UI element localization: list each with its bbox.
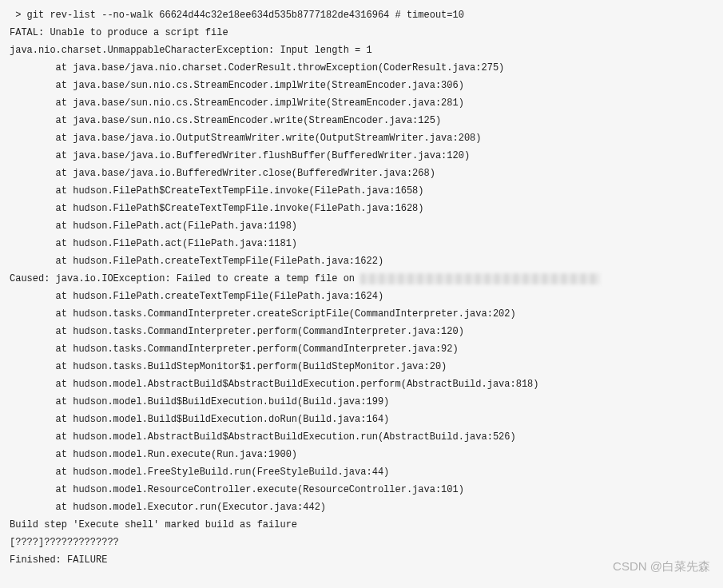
log-line: at hudson.model.AbstractBuild$AbstractBu…: [10, 428, 713, 446]
log-line: at hudson.FilePath$CreateTextTempFile.in…: [10, 182, 713, 200]
log-line: at hudson.model.ResourceController.execu…: [10, 481, 713, 499]
log-line: at hudson.model.Executor.run(Executor.ja…: [10, 499, 713, 516]
log-line: at java.base/sun.nio.cs.StreamEncoder.wr…: [10, 112, 713, 129]
redacted-text: [360, 273, 600, 284]
log-line: at hudson.FilePath$CreateTextTempFile.in…: [10, 200, 713, 217]
log-line: at hudson.FilePath.createTextTempFile(Fi…: [10, 288, 713, 305]
log-line: at hudson.model.Run.execute(Run.java:190…: [10, 446, 713, 463]
log-line: at hudson.tasks.CommandInterpreter.creat…: [10, 305, 713, 323]
log-line: at hudson.tasks.CommandInterpreter.perfo…: [10, 323, 713, 340]
log-line: at hudson.model.AbstractBuild$AbstractBu…: [10, 375, 713, 393]
log-line: FATAL: Unable to produce a script file: [10, 24, 713, 42]
console-output: > git rev-list --no-walk 66624d44c32e18e…: [10, 6, 713, 569]
log-line: Finished: FAILURE: [10, 551, 713, 569]
log-line: java.nio.charset.UnmappableCharacterExce…: [10, 42, 713, 59]
log-line: at hudson.FilePath.act(FilePath.java:118…: [10, 235, 713, 252]
log-line: Caused: java.io.IOException: Failed to c…: [10, 270, 713, 288]
log-line: at java.base/java.io.OutputStreamWriter.…: [10, 129, 713, 147]
log-line: at java.base/java.io.BufferedWriter.clos…: [10, 165, 713, 182]
log-line: at hudson.tasks.BuildStepMonitor$1.perfo…: [10, 358, 713, 375]
log-line: at hudson.FilePath.createTextTempFile(Fi…: [10, 252, 713, 270]
log-line: at java.base/java.io.BufferedWriter.flus…: [10, 147, 713, 165]
log-line: at hudson.model.Build$BuildExecution.bui…: [10, 393, 713, 411]
log-line: at java.base/sun.nio.cs.StreamEncoder.im…: [10, 94, 713, 112]
log-line: at java.base/java.nio.charset.CoderResul…: [10, 59, 713, 77]
log-line: at hudson.model.FreeStyleBuild.run(FreeS…: [10, 463, 713, 481]
log-line: > git rev-list --no-walk 66624d44c32e18e…: [10, 6, 713, 24]
log-line: at hudson.FilePath.act(FilePath.java:119…: [10, 217, 713, 235]
log-line: [????]?????????????: [10, 534, 713, 551]
log-line: at hudson.tasks.CommandInterpreter.perfo…: [10, 340, 713, 358]
log-line: Build step 'Execute shell' marked build …: [10, 516, 713, 534]
log-line: at java.base/sun.nio.cs.StreamEncoder.im…: [10, 77, 713, 94]
log-line: at hudson.model.Build$BuildExecution.doR…: [10, 411, 713, 428]
